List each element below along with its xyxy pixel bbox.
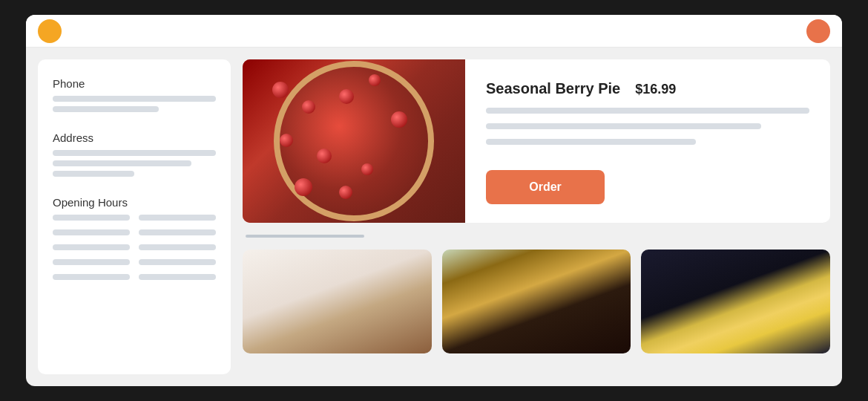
hours-skeleton-4 xyxy=(139,229,216,235)
tab-indicator xyxy=(246,235,364,238)
berry-9 xyxy=(295,178,312,196)
hours-skeleton-10 xyxy=(139,274,216,280)
berry-8 xyxy=(361,163,373,175)
phone-skeleton-2 xyxy=(53,106,159,112)
address-skeleton-3 xyxy=(53,171,134,177)
product-price: $16.99 xyxy=(635,82,676,97)
desc-line-1 xyxy=(486,108,809,114)
order-button[interactable]: Order xyxy=(486,170,605,204)
opening-hours-grid xyxy=(53,215,216,284)
thumbnail-berry-tart[interactable] xyxy=(442,250,631,353)
browser-window: Phone Address Opening Hours xyxy=(26,15,842,386)
tab-bar xyxy=(243,235,830,238)
thumbnail-cake[interactable] xyxy=(243,250,432,353)
product-header: Seasonal Berry Pie $16.99 xyxy=(486,80,809,97)
hours-skeleton-8 xyxy=(139,259,216,265)
pie-image xyxy=(243,59,465,223)
berry-3 xyxy=(339,89,354,104)
phone-section: Phone xyxy=(53,77,216,117)
featured-card: Seasonal Berry Pie $16.99 Order xyxy=(243,59,830,223)
thumbnail-lemon-pie[interactable] xyxy=(641,250,830,353)
left-panel: Phone Address Opening Hours xyxy=(38,59,231,374)
berry-7 xyxy=(317,149,332,163)
product-description-skeleton xyxy=(486,108,809,149)
address-skeleton-2 xyxy=(53,160,191,166)
hours-skeleton-2 xyxy=(139,215,216,221)
address-section: Address xyxy=(53,131,216,181)
opening-hours-section: Opening Hours xyxy=(53,196,216,284)
phone-skeleton-1 xyxy=(53,96,216,102)
content-area: Phone Address Opening Hours xyxy=(26,48,842,386)
berry-10 xyxy=(339,186,352,199)
hours-skeleton-5 xyxy=(53,244,130,250)
hours-skeleton-3 xyxy=(53,229,130,235)
berry-4 xyxy=(369,74,381,86)
main-panel: Seasonal Berry Pie $16.99 Order xyxy=(243,59,830,374)
phone-label: Phone xyxy=(53,77,216,90)
featured-image xyxy=(243,59,465,223)
user-avatar[interactable] xyxy=(806,19,830,43)
address-skeleton-1 xyxy=(53,150,216,156)
featured-info: Seasonal Berry Pie $16.99 Order xyxy=(465,59,830,223)
berry-2 xyxy=(302,100,315,114)
address-label: Address xyxy=(53,131,216,144)
hours-skeleton-7 xyxy=(53,259,130,265)
logo xyxy=(38,19,62,43)
opening-hours-label: Opening Hours xyxy=(53,196,216,209)
desc-line-3 xyxy=(486,139,696,145)
hours-skeleton-1 xyxy=(53,215,130,221)
product-name: Seasonal Berry Pie xyxy=(486,80,620,97)
berry-6 xyxy=(280,134,293,147)
hours-skeleton-9 xyxy=(53,274,130,280)
top-bar xyxy=(26,15,842,48)
thumbnails-row xyxy=(243,250,830,353)
desc-line-2 xyxy=(486,123,761,129)
hours-skeleton-6 xyxy=(139,244,216,250)
berry-1 xyxy=(272,82,289,98)
berry-5 xyxy=(391,111,407,128)
